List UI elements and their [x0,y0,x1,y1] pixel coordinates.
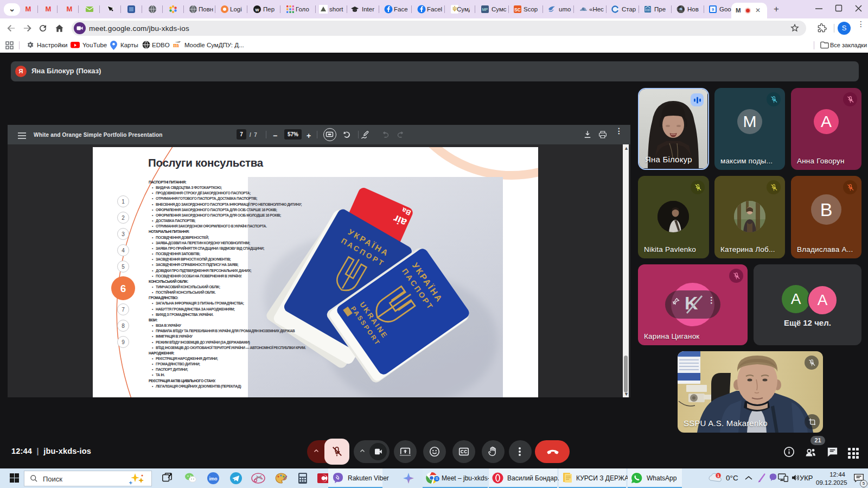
svg-text:1: 1 [122,199,125,205]
svg-text:6: 6 [120,283,126,294]
svg-text:8: 8 [122,323,125,329]
svg-text:1: 1 [717,473,720,478]
svg-text:SC: SC [514,7,521,12]
svg-text:МР: МР [482,8,488,11]
svg-text:imo: imo [209,476,217,481]
svg-text:w: w [254,7,259,12]
svg-text:9: 9 [712,7,714,12]
svg-text:5: 5 [122,264,125,270]
svg-text:3: 3 [122,231,125,237]
svg-text:7: 7 [122,307,125,313]
svg-text:4: 4 [122,248,125,253]
svg-text:9: 9 [122,339,125,345]
svg-text:2: 2 [122,215,125,221]
